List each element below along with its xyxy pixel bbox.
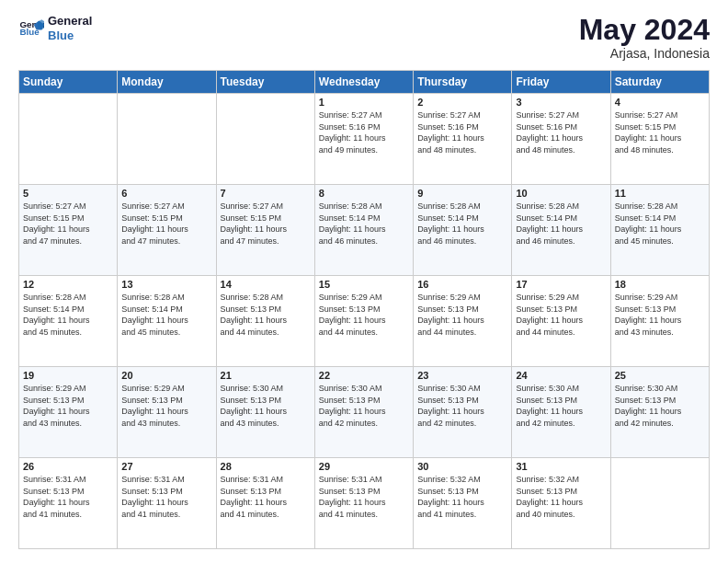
day-number: 19 (23, 370, 113, 381)
day-info: Sunrise: 5:29 AM Sunset: 5:13 PM Dayligh… (417, 292, 507, 338)
day-number: 5 (23, 188, 113, 199)
day-number: 23 (417, 370, 507, 381)
day-info: Sunrise: 5:32 AM Sunset: 5:13 PM Dayligh… (516, 474, 606, 520)
calendar-cell: 8Sunrise: 5:28 AM Sunset: 5:14 PM Daylig… (314, 185, 413, 276)
day-number: 3 (516, 97, 606, 108)
day-info: Sunrise: 5:29 AM Sunset: 5:13 PM Dayligh… (121, 383, 211, 429)
calendar-cell: 6Sunrise: 5:27 AM Sunset: 5:15 PM Daylig… (118, 185, 216, 276)
week-row-2: 5Sunrise: 5:27 AM Sunset: 5:15 PM Daylig… (19, 185, 710, 276)
day-info: Sunrise: 5:30 AM Sunset: 5:13 PM Dayligh… (516, 383, 606, 429)
calendar-cell: 4Sunrise: 5:27 AM Sunset: 5:15 PM Daylig… (610, 94, 709, 185)
calendar-cell: 15Sunrise: 5:29 AM Sunset: 5:13 PM Dayli… (314, 276, 413, 367)
day-info: Sunrise: 5:28 AM Sunset: 5:14 PM Dayligh… (319, 201, 409, 247)
calendar-cell: 29Sunrise: 5:31 AM Sunset: 5:13 PM Dayli… (314, 458, 413, 549)
calendar-cell: 14Sunrise: 5:28 AM Sunset: 5:13 PM Dayli… (216, 276, 314, 367)
calendar-cell: 10Sunrise: 5:28 AM Sunset: 5:14 PM Dayli… (512, 185, 610, 276)
day-number: 27 (121, 461, 211, 472)
day-info: Sunrise: 5:28 AM Sunset: 5:14 PM Dayligh… (615, 201, 705, 247)
day-info: Sunrise: 5:27 AM Sunset: 5:16 PM Dayligh… (516, 109, 606, 155)
calendar-cell: 23Sunrise: 5:30 AM Sunset: 5:13 PM Dayli… (414, 367, 512, 458)
calendar-cell: 19Sunrise: 5:29 AM Sunset: 5:13 PM Dayli… (19, 367, 118, 458)
calendar-cell: 16Sunrise: 5:29 AM Sunset: 5:13 PM Dayli… (414, 276, 512, 367)
logo: General Blue General Blue (18, 14, 92, 42)
day-number: 24 (516, 370, 606, 381)
day-number: 14 (221, 279, 311, 290)
day-info: Sunrise: 5:29 AM Sunset: 5:13 PM Dayligh… (516, 292, 606, 338)
calendar-page: General Blue General Blue May 2024 Arjas… (0, 0, 728, 563)
header-wednesday: Wednesday (314, 71, 413, 94)
calendar-cell: 17Sunrise: 5:29 AM Sunset: 5:13 PM Dayli… (512, 276, 610, 367)
day-info: Sunrise: 5:28 AM Sunset: 5:13 PM Dayligh… (221, 292, 311, 338)
header-sunday: Sunday (19, 71, 118, 94)
day-info: Sunrise: 5:31 AM Sunset: 5:13 PM Dayligh… (221, 474, 311, 520)
calendar-cell: 5Sunrise: 5:27 AM Sunset: 5:15 PM Daylig… (19, 185, 118, 276)
calendar-cell: 9Sunrise: 5:28 AM Sunset: 5:14 PM Daylig… (414, 185, 512, 276)
day-number: 15 (319, 279, 409, 290)
header-saturday: Saturday (610, 71, 709, 94)
calendar-cell: 24Sunrise: 5:30 AM Sunset: 5:13 PM Dayli… (512, 367, 610, 458)
day-number: 11 (615, 188, 705, 199)
day-number: 29 (319, 461, 409, 472)
calendar-cell: 28Sunrise: 5:31 AM Sunset: 5:13 PM Dayli… (216, 458, 314, 549)
logo-text: General Blue (48, 14, 92, 42)
day-info: Sunrise: 5:31 AM Sunset: 5:13 PM Dayligh… (319, 474, 409, 520)
day-info: Sunrise: 5:28 AM Sunset: 5:14 PM Dayligh… (516, 201, 606, 247)
day-number: 20 (121, 370, 211, 381)
day-info: Sunrise: 5:28 AM Sunset: 5:14 PM Dayligh… (417, 201, 507, 247)
calendar-cell: 21Sunrise: 5:30 AM Sunset: 5:13 PM Dayli… (216, 367, 314, 458)
day-number: 17 (516, 279, 606, 290)
calendar-cell: 30Sunrise: 5:32 AM Sunset: 5:13 PM Dayli… (414, 458, 512, 549)
day-info: Sunrise: 5:30 AM Sunset: 5:13 PM Dayligh… (221, 383, 311, 429)
day-number: 6 (121, 188, 211, 199)
calendar-cell: 13Sunrise: 5:28 AM Sunset: 5:14 PM Dayli… (118, 276, 216, 367)
calendar-cell: 27Sunrise: 5:31 AM Sunset: 5:13 PM Dayli… (118, 458, 216, 549)
calendar-cell: 25Sunrise: 5:30 AM Sunset: 5:13 PM Dayli… (610, 367, 709, 458)
day-number: 12 (23, 279, 113, 290)
logo-icon: General Blue (18, 16, 44, 41)
week-row-3: 12Sunrise: 5:28 AM Sunset: 5:14 PM Dayli… (19, 276, 710, 367)
calendar-cell: 1Sunrise: 5:27 AM Sunset: 5:16 PM Daylig… (314, 94, 413, 185)
day-number: 13 (121, 279, 211, 290)
week-row-5: 26Sunrise: 5:31 AM Sunset: 5:13 PM Dayli… (19, 458, 710, 549)
title-block: May 2024 Arjasa, Indonesia (579, 14, 710, 61)
day-info: Sunrise: 5:27 AM Sunset: 5:15 PM Dayligh… (615, 109, 705, 155)
day-number: 16 (417, 279, 507, 290)
day-info: Sunrise: 5:30 AM Sunset: 5:13 PM Dayligh… (417, 383, 507, 429)
calendar-cell (118, 94, 216, 185)
day-info: Sunrise: 5:29 AM Sunset: 5:13 PM Dayligh… (615, 292, 705, 338)
header-friday: Friday (512, 71, 610, 94)
header-monday: Monday (118, 71, 216, 94)
day-number: 7 (221, 188, 311, 199)
weekday-header-row: Sunday Monday Tuesday Wednesday Thursday… (19, 71, 710, 94)
day-info: Sunrise: 5:27 AM Sunset: 5:16 PM Dayligh… (417, 109, 507, 155)
day-info: Sunrise: 5:27 AM Sunset: 5:15 PM Dayligh… (23, 201, 113, 247)
day-info: Sunrise: 5:30 AM Sunset: 5:13 PM Dayligh… (615, 383, 705, 429)
day-info: Sunrise: 5:28 AM Sunset: 5:14 PM Dayligh… (23, 292, 113, 338)
day-info: Sunrise: 5:29 AM Sunset: 5:13 PM Dayligh… (23, 383, 113, 429)
header-tuesday: Tuesday (216, 71, 314, 94)
calendar-cell: 22Sunrise: 5:30 AM Sunset: 5:13 PM Dayli… (314, 367, 413, 458)
calendar-cell: 18Sunrise: 5:29 AM Sunset: 5:13 PM Dayli… (610, 276, 709, 367)
day-number: 1 (319, 97, 409, 108)
day-number: 31 (516, 461, 606, 472)
day-number: 28 (221, 461, 311, 472)
day-number: 4 (615, 97, 705, 108)
day-info: Sunrise: 5:27 AM Sunset: 5:15 PM Dayligh… (121, 201, 211, 247)
day-number: 9 (417, 188, 507, 199)
day-number: 10 (516, 188, 606, 199)
calendar-cell: 26Sunrise: 5:31 AM Sunset: 5:13 PM Dayli… (19, 458, 118, 549)
calendar-cell: 20Sunrise: 5:29 AM Sunset: 5:13 PM Dayli… (118, 367, 216, 458)
calendar-cell: 11Sunrise: 5:28 AM Sunset: 5:14 PM Dayli… (610, 185, 709, 276)
day-info: Sunrise: 5:31 AM Sunset: 5:13 PM Dayligh… (23, 474, 113, 520)
week-row-1: 1Sunrise: 5:27 AM Sunset: 5:16 PM Daylig… (19, 94, 710, 185)
day-number: 2 (417, 97, 507, 108)
calendar-cell (19, 94, 118, 185)
day-number: 18 (615, 279, 705, 290)
calendar-table: Sunday Monday Tuesday Wednesday Thursday… (18, 70, 710, 549)
day-info: Sunrise: 5:30 AM Sunset: 5:13 PM Dayligh… (319, 383, 409, 429)
location: Arjasa, Indonesia (579, 46, 710, 61)
day-info: Sunrise: 5:31 AM Sunset: 5:13 PM Dayligh… (121, 474, 211, 520)
calendar-cell (610, 458, 709, 549)
day-info: Sunrise: 5:28 AM Sunset: 5:14 PM Dayligh… (121, 292, 211, 338)
day-number: 30 (417, 461, 507, 472)
